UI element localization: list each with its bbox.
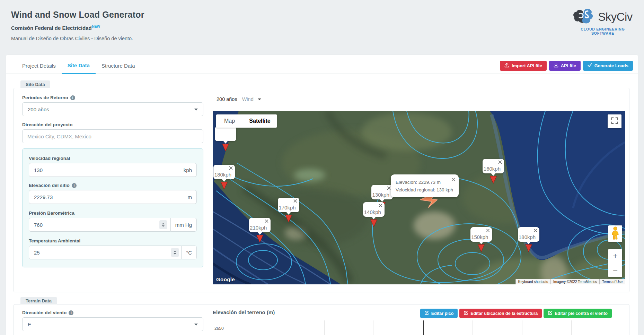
info-icon[interactable] bbox=[70, 95, 75, 100]
import-api-file-button[interactable]: Import API file bbox=[500, 61, 547, 71]
wind-speed-marker[interactable]: 180kph bbox=[518, 227, 539, 242]
site-elevation-unit: m bbox=[183, 190, 197, 204]
close-icon[interactable] bbox=[387, 186, 391, 190]
map-pin-icon bbox=[477, 244, 485, 252]
google-logo: Google bbox=[216, 276, 235, 282]
logo-wordmark: SkyCiv bbox=[598, 10, 633, 24]
new-badge: NEW bbox=[92, 25, 100, 28]
project-address-input[interactable] bbox=[22, 129, 203, 143]
site-elevation-label: Elevación del sitio bbox=[29, 183, 197, 188]
wind-speed-marker[interactable] bbox=[215, 127, 236, 141]
edit-structure-location-button[interactable]: Editar ubicación de la estructura bbox=[459, 309, 542, 318]
wind-speed-label: 160kph bbox=[483, 166, 501, 172]
tab-project-details[interactable]: Project Details bbox=[16, 58, 62, 74]
wind-speed-marker[interactable]: 170kph bbox=[278, 198, 299, 212]
wind-speed-marker[interactable]: 130kph bbox=[371, 185, 393, 199]
edit-peak-button[interactable]: Editar pico bbox=[420, 309, 458, 318]
chevron-down-icon bbox=[194, 109, 198, 111]
tab-site-data[interactable]: Site Data bbox=[62, 58, 96, 74]
map-period-label: 200 años bbox=[217, 96, 237, 102]
generate-loads-button[interactable]: Generate Loads bbox=[583, 61, 633, 71]
barometric-pressure-input[interactable] bbox=[29, 218, 171, 232]
wind-direction-label: Dirección del viento bbox=[22, 310, 203, 315]
skyciv-logo: SkyCiv CLOUD ENGINEERING SOFTWARE bbox=[570, 8, 636, 35]
wind-speed-label: 180kph bbox=[213, 172, 232, 178]
wind-speed-marker[interactable]: 180kph bbox=[213, 165, 235, 179]
map-type-map-button[interactable]: Map bbox=[216, 114, 243, 128]
close-icon[interactable] bbox=[451, 178, 455, 181]
skyciv-cloud-icon bbox=[573, 8, 600, 26]
map-pin-icon bbox=[370, 219, 378, 227]
map-header: 200 años Wind bbox=[217, 96, 261, 102]
page-header: Wind and Snow Load Generator Comisón Fed… bbox=[11, 10, 144, 41]
regional-velocity-label: Velocidad regional bbox=[29, 156, 197, 161]
close-icon[interactable] bbox=[486, 229, 490, 232]
wind-speed-label: 130kph bbox=[371, 192, 390, 198]
api-toolbar: Import API file API file Generate Loads bbox=[500, 61, 633, 71]
wind-speed-label: 150kph bbox=[470, 234, 489, 240]
wind-direction-select[interactable]: E bbox=[22, 317, 203, 331]
check-icon bbox=[588, 63, 592, 68]
edit-upwind-foot-button[interactable]: Editar pie contra el viento bbox=[544, 309, 612, 318]
close-icon[interactable] bbox=[533, 229, 537, 232]
map-type-satellite-button[interactable]: Satellite bbox=[243, 114, 277, 128]
number-stepper[interactable] bbox=[159, 220, 167, 229]
wind-speed-marker[interactable]: 160kph bbox=[483, 159, 504, 173]
info-icon[interactable] bbox=[72, 183, 77, 188]
ambient-temperature-input[interactable] bbox=[29, 246, 182, 259]
terms-of-use-link[interactable]: Terms of Use bbox=[599, 279, 625, 284]
chevron-down-icon bbox=[194, 324, 198, 326]
tab-structure-data[interactable]: Structure Data bbox=[96, 58, 141, 74]
project-address-label: Dirección del proyecto bbox=[22, 122, 203, 127]
zoom-in-button[interactable]: + bbox=[608, 249, 622, 263]
close-icon[interactable] bbox=[293, 199, 297, 203]
wind-speed-marker[interactable]: 210kph bbox=[249, 218, 271, 232]
wind-speed-label: 210kph bbox=[249, 225, 268, 231]
zoom-control: + − bbox=[608, 249, 622, 277]
terrain-chart-title: Elevación del terreno (m) bbox=[213, 309, 275, 315]
map-pin-icon bbox=[525, 244, 532, 252]
google-map[interactable]: 180kph210kph170kph130kph140kph160kph150k… bbox=[213, 111, 625, 284]
api-file-button[interactable]: API file bbox=[549, 61, 581, 71]
logo-tagline: CLOUD ENGINEERING SOFTWARE bbox=[570, 27, 636, 35]
close-icon[interactable] bbox=[265, 219, 268, 223]
wind-speed-marker[interactable]: 140kph bbox=[363, 202, 385, 217]
page-description: Manual de Diseño de Obras Civiles - Dise… bbox=[11, 36, 144, 41]
map-type-control: Map Satellite bbox=[216, 114, 277, 128]
close-icon[interactable] bbox=[379, 204, 382, 207]
horizontal-gridline bbox=[227, 329, 626, 329]
wind-speed-label: 180kph bbox=[518, 234, 537, 240]
pegman-button[interactable] bbox=[608, 225, 622, 242]
structure-position-line[interactable] bbox=[423, 320, 424, 335]
regional-velocity-input[interactable] bbox=[29, 163, 179, 177]
number-stepper[interactable] bbox=[171, 248, 179, 257]
regional-velocity-unit: kph bbox=[179, 163, 197, 177]
map-tooltip: Elevación: 2229.73 m Velocidad regional:… bbox=[391, 174, 459, 198]
map-pin-icon bbox=[489, 175, 497, 184]
keyboard-shortcuts-link[interactable]: Keyboard shortcuts bbox=[515, 279, 550, 284]
tooltip-elevation: Elevación: 2229.73 m bbox=[396, 179, 454, 186]
wind-speed-label: 140kph bbox=[363, 209, 382, 215]
return-period-select[interactable]: 200 años bbox=[22, 102, 203, 116]
site-parameters-fieldset: Velocidad regional kph Elevación del sit… bbox=[22, 148, 203, 267]
map-pin-icon bbox=[285, 214, 292, 223]
terrain-edit-buttons: Editar pico Editar ubicación de la estru… bbox=[420, 309, 612, 318]
edit-icon bbox=[424, 311, 429, 316]
close-icon[interactable] bbox=[498, 160, 502, 164]
site-elevation-input[interactable] bbox=[29, 190, 183, 204]
page-subtitle: Comisón Federal de ElectricidadNEW bbox=[11, 25, 144, 31]
map-pin-icon bbox=[220, 181, 228, 190]
fullscreen-icon bbox=[610, 117, 619, 126]
close-icon[interactable] bbox=[229, 166, 233, 170]
wind-speed-marker[interactable]: 150kph bbox=[470, 227, 492, 242]
barometric-pressure-label: Presión Barométrica bbox=[29, 211, 197, 216]
main-card: Project Details Site Data Structure Data… bbox=[6, 55, 638, 335]
site-data-panel: Site Data Periodos de Retorno 200 años D… bbox=[14, 88, 629, 292]
map-layer-select[interactable]: Wind bbox=[242, 96, 261, 102]
terrain-data-panel-title: Terrain Data bbox=[20, 297, 57, 304]
info-icon[interactable] bbox=[69, 310, 73, 315]
zoom-out-button[interactable]: − bbox=[608, 263, 622, 277]
map-pin-icon bbox=[256, 234, 264, 243]
fullscreen-button[interactable] bbox=[608, 114, 621, 128]
wind-speed-label: 170kph bbox=[278, 205, 297, 211]
